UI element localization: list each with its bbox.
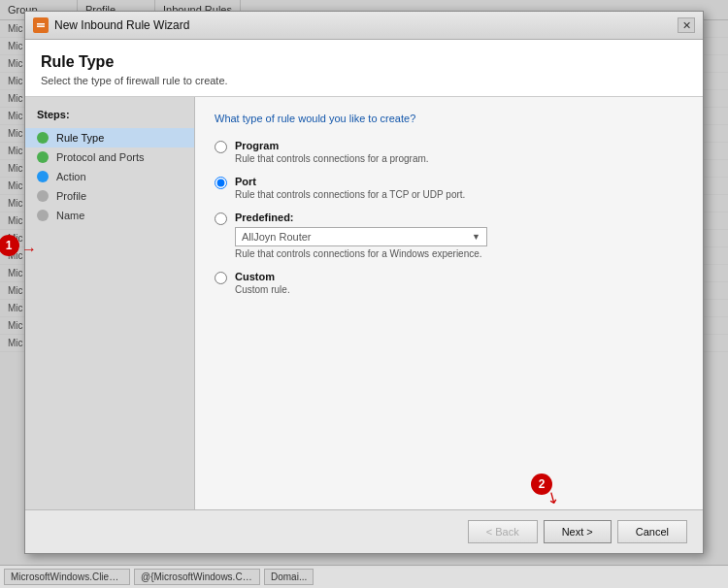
modal-overlay: New Inbound Rule Wizard ✕ Rule Type Sele… — [0, 0, 728, 565]
cancel-button[interactable]: Cancel — [617, 520, 687, 543]
step-item-protocol-ports[interactable]: Protocol and Ports — [25, 147, 194, 167]
modal-title: New Inbound Rule Wizard — [54, 18, 189, 32]
radio-label-custom: Custom — [235, 271, 290, 282]
radio-desc-port: Rule that controls connections for a TCP… — [235, 189, 465, 200]
steps-sidebar: Steps: Rule TypeProtocol and PortsAction… — [25, 97, 195, 509]
radio-desc-custom: Custom rule. — [235, 284, 290, 295]
modal-content: Steps: Rule TypeProtocol and PortsAction… — [25, 97, 703, 509]
step-dot-protocol-ports — [37, 151, 49, 163]
close-button[interactable]: ✕ — [678, 17, 695, 33]
step-item-profile[interactable]: Profile — [25, 186, 194, 206]
taskbar-item-2[interactable]: @{MicrosoftWindows.Client... — [134, 569, 260, 585]
radio-desc-program: Rule that controls connections for a pro… — [235, 153, 429, 164]
step-dot-profile — [37, 190, 49, 202]
modal-footer: < Back Next > Cancel — [25, 509, 703, 553]
svg-rect-0 — [35, 19, 47, 31]
step-item-name[interactable]: Name — [25, 206, 194, 225]
taskbar: MicrosoftWindows.Client.CBS_1000.22... @… — [0, 565, 728, 588]
main-content-area: What type of rule would you like to crea… — [195, 97, 703, 509]
steps-title: Steps: — [25, 109, 194, 128]
modal-subtitle: Select the type of firewall rule to crea… — [41, 75, 687, 86]
svg-rect-1 — [37, 23, 45, 25]
step-label-profile: Profile — [56, 190, 86, 202]
annotation-arrow-1: → — [21, 241, 37, 258]
radio-group: ProgramRule that controls connections fo… — [215, 140, 683, 295]
radio-label-predefined: Predefined: — [235, 212, 487, 223]
predefined-dropdown[interactable]: AllJoyn Router▼ — [235, 227, 487, 246]
dropdown-arrow-icon: ▼ — [472, 232, 480, 242]
radio-option-predefined: Predefined:AllJoyn Router▼Rule that cont… — [215, 212, 683, 259]
step-dot-rule-type — [37, 132, 49, 144]
modal-dialog: New Inbound Rule Wizard ✕ Rule Type Sele… — [24, 11, 704, 554]
taskbar-item-3[interactable]: Domai... — [264, 569, 314, 585]
step-item-action[interactable]: Action — [25, 167, 194, 186]
radio-label-program: Program — [235, 140, 429, 151]
step-label-protocol-ports: Protocol and Ports — [56, 151, 145, 163]
modal-title-left: New Inbound Rule Wizard — [33, 17, 189, 33]
radio-port[interactable] — [215, 177, 227, 189]
modal-titlebar: New Inbound Rule Wizard ✕ — [25, 12, 703, 40]
step-dot-action — [37, 171, 49, 182]
radio-custom[interactable] — [215, 272, 227, 284]
step-label-rule-type: Rule Type — [56, 132, 104, 144]
next-button[interactable]: Next > — [544, 520, 612, 543]
question-text: What type of rule would you like to crea… — [215, 113, 683, 124]
modal-main-title: Rule Type — [41, 53, 687, 71]
radio-desc-predefined: Rule that controls connections for a Win… — [235, 248, 487, 259]
radio-predefined[interactable] — [215, 212, 227, 225]
radio-label-port: Port — [235, 176, 465, 187]
radio-option-program: ProgramRule that controls connections fo… — [215, 140, 683, 164]
svg-rect-2 — [37, 26, 45, 28]
step-label-action: Action — [56, 171, 86, 182]
back-button[interactable]: < Back — [468, 520, 538, 543]
radio-option-port: PortRule that controls connections for a… — [215, 176, 683, 200]
step-dot-name — [37, 210, 49, 221]
taskbar-item-1[interactable]: MicrosoftWindows.Client.CBS_1000.22... — [4, 569, 130, 585]
modal-header-section: Rule Type Select the type of firewall ru… — [25, 40, 703, 97]
steps-list: Rule TypeProtocol and PortsActionProfile… — [25, 128, 194, 225]
radio-option-custom: CustomCustom rule. — [215, 271, 683, 295]
step-label-name: Name — [56, 210, 84, 221]
annotation-1: 1 — [0, 235, 19, 256]
step-item-rule-type[interactable]: Rule Type — [25, 128, 194, 147]
wizard-icon — [33, 17, 49, 33]
radio-program[interactable] — [215, 141, 227, 153]
